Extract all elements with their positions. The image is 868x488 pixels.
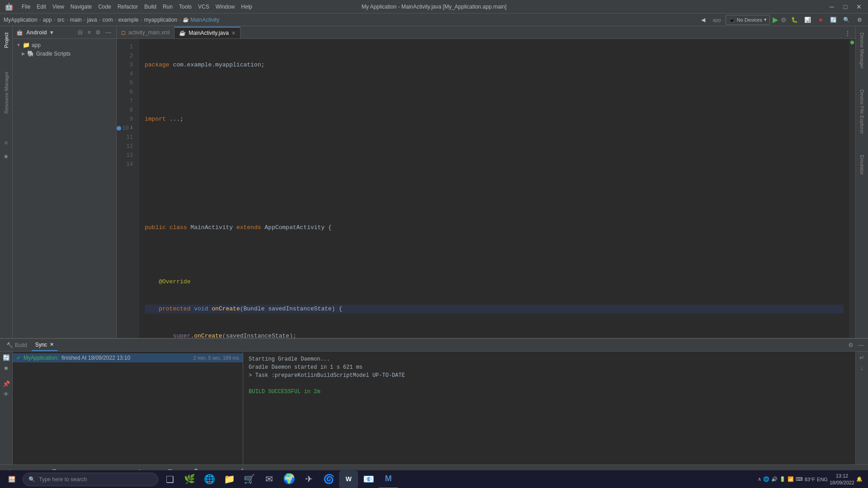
stop-build-btn[interactable]: ■ [3,364,9,372]
tree-item-gradle[interactable]: ▶ 🐘 Gradle Scripts [13,49,116,58]
menu-file[interactable]: File [22,4,30,10]
date-display: 18/09/2022 [830,479,854,486]
panel-filter-btn[interactable]: ≡ [86,28,92,37]
breadcrumb-example[interactable]: example [118,17,138,23]
breadcrumb-app[interactable]: app [43,17,52,23]
maximize-button[interactable]: □ [841,3,850,10]
project-tab[interactable]: Project [2,29,11,52]
favorites-icon[interactable]: ★ [1,151,12,162]
taskbar-app-teams[interactable]: M [379,470,398,488]
bottom-settings-btn[interactable]: ⚙ [847,341,855,349]
soft-wrap-btn[interactable]: ↵ [858,353,866,362]
taskbar-app-edge[interactable]: 🌐 [200,470,219,488]
taskbar-app-explorer[interactable]: 🌿 [180,470,199,488]
sync-tab[interactable]: Sync ✕ [32,339,58,351]
panel-close-btn[interactable]: — [104,28,113,37]
ln-9: 9 [117,115,136,124]
build-item-name: MyApplication: [24,355,59,361]
panel-collapse-all-btn[interactable]: ⊟ [76,28,84,37]
breadcrumb-myapplication[interactable]: MyApplication [4,17,38,23]
run-button[interactable]: ▶ [773,15,778,24]
close-button[interactable]: ✕ [854,3,863,10]
taskbar-app-mail[interactable]: ✉ [259,470,278,488]
code-line-7: public class MainActivity extends AppCom… [145,223,844,232]
tray-wifi[interactable]: 📶 [788,476,794,482]
menu-window[interactable]: Window [216,4,235,10]
bottom-panel-tabs: 🔨 Build Sync ✕ ⚙ — [0,339,868,352]
taskbar-app-outlook[interactable]: 📧 [359,470,378,488]
start-button[interactable]: 🪟 [2,470,22,488]
scroll-to-end-btn[interactable]: ↓ [859,364,865,372]
minimize-button[interactable]: ─ [827,3,836,10]
taskbar-task-view[interactable]: ❑ [161,470,179,488]
search-everywhere-btn[interactable]: 🔍 [841,15,852,25]
eye-btn[interactable]: 👁 [2,390,10,399]
menu-vcs[interactable]: VCS [198,4,209,10]
menu-refactor[interactable]: Refactor [118,4,138,10]
taskbar-app-vpn[interactable]: 🌀 [319,470,338,488]
menu-code[interactable]: Code [98,4,111,10]
taskbar-clock[interactable]: 13:12 18/09/2022 [830,473,854,486]
structure-icon[interactable]: ≡ [1,137,12,148]
taskbar-app-store[interactable]: 🛒 [240,470,259,488]
tree-item-app[interactable]: ▼ 📁 app [13,41,116,49]
stop-btn[interactable]: ■ [816,15,826,25]
build-tab[interactable]: 🔨 Build [3,339,31,351]
menu-build[interactable]: Build [144,4,156,10]
build-list: ✓ MyApplication: finished At 18/09/2022 … [13,352,243,465]
menu-help[interactable]: Help [241,4,252,10]
dropdown-icon[interactable]: ▾ [50,29,53,36]
device-manager-tab[interactable]: Device Manager [858,29,867,72]
pin-btn[interactable]: 📌 [1,380,11,388]
ln-6: 6 [117,88,136,97]
tabs-right: ⋮ [843,28,855,38]
tray-network[interactable]: 🌐 [763,476,769,482]
tray-keyboard[interactable]: ⌨ [796,476,803,482]
debug-button[interactable]: ⚙ [781,16,787,23]
profile-btn[interactable]: 📊 [802,15,813,25]
tab-activity-main-xml[interactable]: ◻ activity_main.xml [117,27,175,38]
breadcrumb-src[interactable]: src [57,17,65,23]
breadcrumb-myapplication2[interactable]: myapplication [144,17,177,23]
device-file-explorer-tab[interactable]: Device File Explorer [858,86,867,137]
tray-battery[interactable]: 🔋 [779,476,786,482]
device-selector-btn[interactable]: 📱 No Devices ▾ [726,15,770,25]
tray-speaker[interactable]: 🔊 [771,476,778,482]
settings-btn[interactable]: ⚙ [854,15,864,25]
menu-navigate[interactable]: Navigate [71,4,92,10]
build-item-myapplication[interactable]: ✓ MyApplication: finished At 18/09/2022 … [13,353,243,362]
code-content[interactable]: package com.example.myapplication; impor… [139,39,849,338]
taskbar-app-work[interactable]: W [339,470,358,488]
menu-bar[interactable]: File Edit View Navigate Code Refactor Bu… [22,4,252,10]
menu-tools[interactable]: Tools [179,4,192,10]
menu-view[interactable]: View [52,4,64,10]
recent-files-btn[interactable]: ⋮ [843,28,853,38]
menu-run[interactable]: Run [163,4,173,10]
tray-language[interactable]: ENG [817,477,828,482]
taskbar-app-file-explorer[interactable]: 📁 [220,470,239,488]
ln-8: 8 [117,106,136,115]
breadcrumb-java[interactable]: java [87,17,97,23]
tab-close-btn[interactable]: ✕ [231,30,236,36]
emulator-tab[interactable]: Emulator [858,151,867,178]
breadcrumb-com[interactable]: com [103,17,113,23]
window-controls[interactable]: ─ □ ✕ [827,3,863,10]
attach-debugger-btn[interactable]: 🐛 [789,15,800,25]
breadcrumb-current[interactable]: ☕ MainActivity [183,17,219,23]
taskbar-app-chrome[interactable]: 🌍 [279,470,298,488]
sync-icon[interactable]: 🔄 [1,353,11,362]
sync-tab-close[interactable]: ✕ [50,342,54,347]
taskbar-app-telegram[interactable]: ✈ [299,470,318,488]
tray-chevron[interactable]: ∧ [758,476,761,482]
bottom-close-btn[interactable]: — [857,341,865,349]
resource-manager-tab[interactable]: Resource Manager [2,68,11,117]
notification-btn[interactable]: 🔔 [856,476,863,482]
breadcrumb-main[interactable]: main [70,17,82,23]
tab-mainactivity-java[interactable]: ☕ MainActivity.java ✕ [175,27,240,38]
code-editor[interactable]: 1 2 3 4 5 6 7 8 9 10 λ [117,39,855,338]
sync-btn[interactable]: 🔄 [828,15,839,25]
navigate-back-btn[interactable]: ◀ [698,15,708,25]
menu-edit[interactable]: Edit [37,4,46,10]
panel-settings-btn[interactable]: ⚙ [94,28,102,37]
taskbar-search[interactable]: 🔍 Type here to search [23,473,158,486]
